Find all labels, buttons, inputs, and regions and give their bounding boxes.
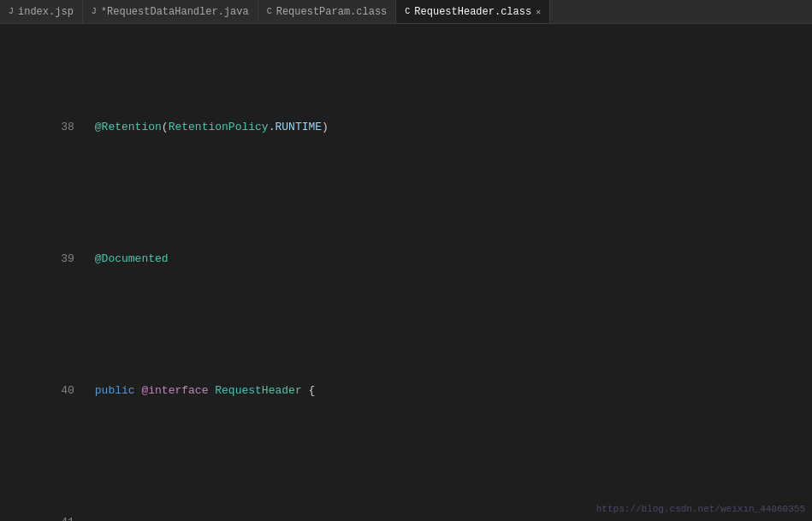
code-line-39: 39@Documented	[7, 231, 812, 287]
code-line-38: 38@Retention(RetentionPolicy.RUNTIME)	[7, 99, 812, 156]
tab-close-icon[interactable]: ✕	[536, 7, 541, 17]
line-num-41: 41	[47, 513, 74, 521]
tab-icon-requestparam: C	[267, 7, 272, 16]
tab-label-requestheader: RequestHeader.class	[414, 6, 531, 18]
tab-label-index: index.jsp	[18, 6, 74, 18]
code-line-40: 40public @interface RequestHeader {	[7, 363, 812, 419]
tab-label-requestparam: RequestParam.class	[276, 6, 388, 18]
tab-index[interactable]: J index.jsp	[0, 0, 83, 23]
tab-label-requestdatahandler: *RequestDataHandler.java	[101, 6, 249, 18]
line-num-38: 38	[47, 118, 74, 137]
tab-icon-requestheader: C	[405, 7, 410, 16]
code-content: 38@Retention(RetentionPolicy.RUNTIME) 39…	[0, 24, 812, 521]
tab-icon-requestdatahandler: J	[92, 7, 97, 16]
tab-requestparam[interactable]: C RequestParam.class	[258, 0, 397, 23]
tab-bar: J index.jsp J *RequestDataHandler.java C…	[0, 0, 812, 24]
editor: 38@Retention(RetentionPolicy.RUNTIME) 39…	[0, 24, 812, 521]
line-num-40: 40	[47, 382, 74, 400]
line-num-39: 39	[47, 250, 74, 269]
tab-requestheader[interactable]: C RequestHeader.class ✕	[396, 0, 550, 23]
tab-requestdatahandler[interactable]: J *RequestDataHandler.java	[83, 0, 258, 23]
code-line-41: 41	[7, 494, 812, 521]
tab-icon-index: J	[9, 7, 14, 16]
